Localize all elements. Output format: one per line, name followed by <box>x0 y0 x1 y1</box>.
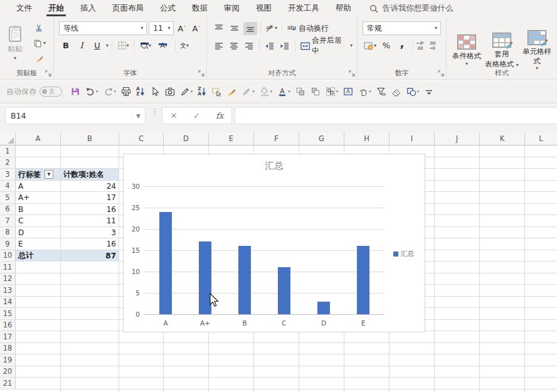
pivot-row-label[interactable]: A <box>16 181 60 192</box>
select-object-button[interactable] <box>210 83 223 100</box>
row-header-1[interactable]: 1 <box>0 146 16 157</box>
draw-button[interactable]: ▾ <box>178 83 195 100</box>
align-center-button[interactable] <box>227 40 240 53</box>
column-header-E[interactable]: E <box>209 132 254 146</box>
decrease-indent-button[interactable] <box>263 40 276 53</box>
pivot-row-label[interactable]: D <box>16 227 60 238</box>
filter-dropdown-button[interactable]: ▼ <box>45 170 53 179</box>
font-color-button[interactable]: A▾ <box>275 83 292 100</box>
row-header-6[interactable]: 6 <box>0 204 16 216</box>
tab-公式[interactable]: 公式 <box>152 0 184 17</box>
percent-style-button[interactable]: % <box>379 39 393 52</box>
underline-button[interactable]: U <box>90 39 104 52</box>
pivot-row-label[interactable]: E <box>16 238 60 250</box>
pivot-row-value[interactable]: 16 <box>61 238 119 250</box>
font-name-combo[interactable]: 等线▾ <box>59 21 147 35</box>
camera-button[interactable] <box>163 83 177 100</box>
row-header-15[interactable]: 15 <box>0 308 16 320</box>
row-header-7[interactable]: 7 <box>0 215 16 227</box>
undo-button[interactable]: ▾ <box>83 83 100 100</box>
redo-button[interactable]: ▾ <box>102 83 119 100</box>
formula-input[interactable] <box>235 107 557 124</box>
column-header-C[interactable]: C <box>119 132 164 146</box>
format-painter-button[interactable] <box>225 83 238 100</box>
row-header-14[interactable]: 14 <box>0 297 16 309</box>
fill-color-button[interactable]: ▾ <box>258 83 275 100</box>
align-middle-button[interactable] <box>228 22 241 35</box>
sort-ascending-button[interactable]: AZ <box>134 83 147 100</box>
column-header-B[interactable]: B <box>61 132 119 146</box>
row-header-16[interactable]: 16 <box>0 320 16 332</box>
font-color-button[interactable]: A▾ <box>156 39 172 52</box>
row-header-10[interactable]: 10 <box>0 250 16 262</box>
shapes-button[interactable]: ▾ <box>405 83 422 100</box>
row-header-11[interactable]: 11 <box>0 262 16 273</box>
fill-color-button[interactable]: ▾ <box>137 39 154 52</box>
row-header-2[interactable]: 2 <box>0 157 16 169</box>
enter-button[interactable]: ✓ <box>193 111 200 120</box>
orientation-button[interactable]: ab▾ <box>264 22 278 35</box>
pivot-chart[interactable]: 汇总 051015202530AA+BCDE 汇总 <box>123 154 425 332</box>
tab-数据[interactable]: 数据 <box>184 0 216 17</box>
tab-页面布局[interactable]: 页面布局 <box>104 0 152 17</box>
chart-bar-A[interactable] <box>159 212 172 314</box>
tab-帮助[interactable]: 帮助 <box>327 0 359 17</box>
align-left-button[interactable] <box>212 40 225 53</box>
autosave-toggle[interactable]: 自动保存 关 <box>6 87 62 97</box>
customize-qat-button[interactable] <box>422 83 436 100</box>
touch-mode-button[interactable]: ▾ <box>356 83 373 100</box>
row-header-9[interactable]: 9 <box>0 238 16 250</box>
row-header-20[interactable]: 20 <box>0 366 16 378</box>
shrink-font-button[interactable]: A˅ <box>190 22 203 35</box>
tab-文件[interactable]: 文件 <box>8 0 40 17</box>
font-size-combo[interactable]: 11▾ <box>149 21 173 35</box>
print-preview-button[interactable] <box>119 83 133 100</box>
chart-bar-E[interactable] <box>357 246 369 314</box>
column-header-H[interactable]: H <box>344 132 390 146</box>
column-header-L[interactable]: L <box>525 132 557 146</box>
pivot-total-label[interactable]: 总计 <box>16 250 60 262</box>
column-header-A[interactable]: A <box>16 132 61 146</box>
tab-开始[interactable]: 开始 <box>40 0 72 17</box>
save-button[interactable] <box>68 83 82 100</box>
align-bottom-button[interactable] <box>243 22 257 35</box>
phonetic-button[interactable]: 文▾ <box>179 39 190 52</box>
column-header-I[interactable]: I <box>390 132 435 146</box>
column-header-K[interactable]: K <box>480 132 525 146</box>
pivot-row-label[interactable]: A+ <box>16 192 60 203</box>
bring-forward-button[interactable] <box>294 83 307 100</box>
pivot-row-value[interactable]: 24 <box>61 181 119 192</box>
chart-bar-D[interactable] <box>317 302 330 314</box>
row-header-3[interactable]: 3 <box>0 169 16 181</box>
row-header-13[interactable]: 13 <box>0 285 16 297</box>
pivot-row-value[interactable]: 16 <box>61 204 119 215</box>
bold-button[interactable]: B <box>59 39 73 52</box>
align-right-button[interactable] <box>243 40 256 53</box>
cancel-button[interactable]: ✕ <box>171 111 178 120</box>
tab-审阅[interactable]: 审阅 <box>216 0 248 17</box>
eraser-button[interactable] <box>390 83 403 100</box>
column-header-F[interactable]: F <box>254 132 299 146</box>
merge-center-button[interactable]: 合并后居中▾ <box>299 39 354 53</box>
chart-title[interactable]: 汇总 <box>124 160 425 172</box>
group-button[interactable]: ▾ <box>324 83 341 100</box>
textbox-button[interactable]: A <box>341 83 355 100</box>
grow-font-button[interactable]: A˄ <box>176 22 188 35</box>
format-painter-button[interactable] <box>30 52 49 65</box>
formula-bar-splitter[interactable]: ⋮ <box>151 110 159 114</box>
tab-开发工具[interactable]: 开发工具 <box>280 0 327 17</box>
decrease-decimal-button[interactable]: .00→0 <box>428 39 439 52</box>
column-header-G[interactable]: G <box>299 132 344 146</box>
chart-bar-B[interactable] <box>238 246 251 314</box>
borders-button[interactable]: ▾ <box>115 39 130 52</box>
clear-filter-button[interactable] <box>374 83 388 100</box>
name-box[interactable]: B14 ▼ <box>5 107 146 124</box>
wrap-text-button[interactable]: ab自动换行 <box>285 21 331 35</box>
pivot-row-label[interactable]: C <box>16 215 60 226</box>
paste-button[interactable]: 粘贴 ▾ <box>4 22 26 63</box>
chart-legend[interactable]: 汇总 <box>393 250 414 258</box>
row-header-4[interactable]: 4 <box>0 181 16 193</box>
align-top-button[interactable] <box>212 22 226 35</box>
italic-button[interactable]: I <box>75 39 88 52</box>
column-header-J[interactable]: J <box>435 132 480 146</box>
